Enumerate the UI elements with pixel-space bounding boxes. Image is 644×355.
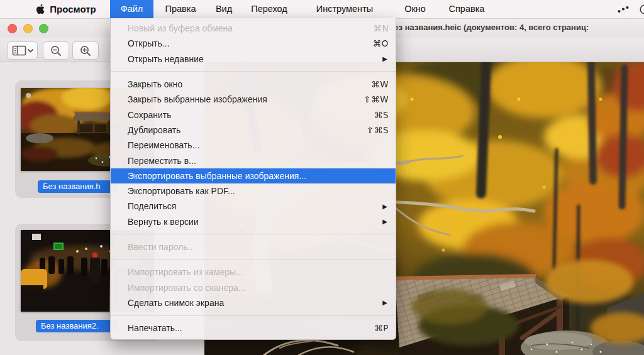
submenu-arrow-icon: ▶: [382, 218, 387, 225]
zoom-window-button[interactable]: [39, 24, 48, 33]
menubar-item-file[interactable]: Файл: [110, 0, 153, 18]
minimize-window-button[interactable]: [23, 24, 33, 33]
menu-item-open-recent[interactable]: Открыть недавние ▶: [111, 52, 396, 67]
zoom-in-button[interactable]: [72, 41, 99, 60]
menu-item-take-screenshot[interactable]: Сделать снимок экрана ▶: [111, 295, 396, 310]
menubar-item-go[interactable]: Переход: [247, 0, 292, 18]
thumbnail-label-2[interactable]: Без названия2.: [36, 320, 118, 332]
sidebar-panel-icon: [12, 45, 33, 56]
menubar-item-tools[interactable]: Инструменты: [306, 0, 384, 18]
screen: Без названия.heic (документов: 4, всего …: [0, 0, 644, 355]
thumbnail-label-1[interactable]: Без названия.h: [38, 180, 117, 193]
menu-item-duplicate[interactable]: Дублировать ⇧⌘S: [111, 123, 396, 138]
submenu-arrow-icon: ▶: [382, 299, 387, 306]
menu-item-save[interactable]: Сохранить ⌘S: [111, 107, 396, 122]
menu-item-open[interactable]: Открыть... ⌘O: [111, 36, 396, 51]
magnifier-plus-icon: [80, 45, 91, 57]
window-title: Без названия.heic (документов: 4, всего …: [388, 23, 589, 32]
menu-bar: Просмотр Файл Правка Вид Переход Инструм…: [0, 0, 644, 19]
menubar-item-help[interactable]: Справка: [441, 0, 492, 18]
sidebar-view-button[interactable]: [7, 41, 38, 60]
file-menu-dropdown: Новый из буфера обмена ⌘N Открыть... ⌘O …: [110, 18, 396, 340]
menu-item-close-selected-images[interactable]: Закрыть выбранные изображения ⇧⌘W: [111, 92, 396, 107]
menu-item-new-from-clipboard: Новый из буфера обмена ⌘N: [111, 21, 396, 36]
zoom-out-button[interactable]: [43, 41, 69, 60]
menu-item-import-from-scanner: Импортировать со сканера...: [111, 280, 396, 295]
menu-item-print[interactable]: Напечатать... ⌘P: [111, 320, 396, 336]
menu-separator: [111, 254, 396, 265]
magnifier-minus-icon: [50, 45, 62, 57]
menu-item-rename[interactable]: Переименовать...: [111, 138, 396, 153]
menu-separator: [111, 310, 396, 320]
menu-extras-dots-icon[interactable]: [618, 6, 629, 13]
menu-item-share[interactable]: Поделиться ▶: [111, 199, 396, 214]
menubar-item-edit[interactable]: Правка: [160, 0, 201, 18]
submenu-arrow-icon: ▶: [382, 203, 387, 210]
submenu-arrow-icon: ▶: [382, 55, 387, 62]
menu-item-close-window[interactable]: Закрыть окно ⌘W: [111, 77, 396, 92]
menu-separator: [111, 229, 396, 239]
menu-item-move-to[interactable]: Переместить в...: [111, 153, 396, 168]
menu-item-enter-password: Ввести пароль...: [111, 239, 396, 254]
menu-item-revert-to[interactable]: Вернуть к версии ▶: [111, 214, 396, 229]
menu-item-export-as-pdf[interactable]: Экспортировать как PDF...: [111, 183, 396, 199]
menu-separator: [111, 67, 396, 77]
menu-item-import-from-camera: Импортировать из камеры...: [111, 265, 396, 280]
chevron-down-icon: [28, 50, 33, 52]
menu-item-export-selected-images[interactable]: Экспортировать выбранные изображения...: [111, 168, 396, 183]
menubar-item-app[interactable]: Просмотр: [42, 0, 104, 18]
menubar-item-view[interactable]: Вид: [211, 0, 236, 18]
menubar-item-window[interactable]: Окно: [397, 0, 433, 18]
close-window-button[interactable]: [8, 24, 17, 33]
clock-icon[interactable]: [640, 4, 644, 14]
